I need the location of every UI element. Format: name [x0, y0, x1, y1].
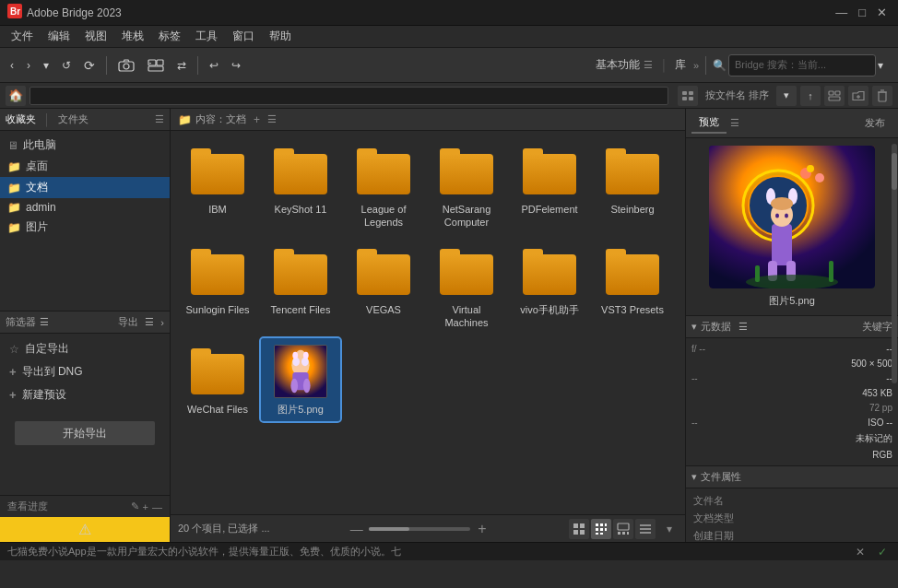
forward-button[interactable]: › — [22, 53, 35, 77]
tree-label-documents: 文档 — [26, 180, 48, 195]
left-panel-menu-icon[interactable]: ☰ — [155, 113, 164, 125]
thumbnail-size-slider[interactable] — [369, 527, 470, 531]
menu-window[interactable]: 窗口 — [225, 27, 262, 46]
undo-button[interactable]: ↩ — [205, 53, 223, 77]
back-button[interactable]: ‹ — [6, 53, 18, 77]
tree-item-documents[interactable]: 📁 文档 — [0, 177, 170, 198]
warning-banner: ⚠ — [0, 517, 170, 542]
list-item[interactable]: Steinberg — [593, 138, 672, 235]
list-item[interactable]: Tencent Files — [261, 239, 340, 335]
view-mode-grid[interactable] — [569, 519, 589, 539]
right-panel-scrollbar[interactable] — [892, 144, 897, 383]
list-item[interactable]: League of Legends — [344, 138, 423, 235]
nav-dropdown[interactable]: ▾ — [39, 53, 53, 77]
new-folder-button[interactable] — [848, 86, 868, 106]
start-export-button[interactable]: 开始导出 — [15, 421, 155, 445]
add-icon[interactable]: + — [143, 501, 148, 512]
list-item[interactable]: WeChat Files — [178, 338, 257, 421]
output-button[interactable]: ▾ — [143, 53, 169, 77]
list-item[interactable]: VST3 Presets — [593, 239, 672, 335]
file-properties-header[interactable]: ▾ 文件属性 — [686, 466, 898, 488]
export-custom[interactable]: ☆ 自定导出 — [0, 337, 170, 360]
status-confirm-button[interactable]: ✓ — [874, 545, 891, 559]
maximize-button[interactable]: □ — [858, 6, 866, 19]
content-add-icon[interactable]: + — [254, 113, 260, 126]
folder-thumbnail — [273, 244, 328, 300]
menu-edit[interactable]: 编辑 — [41, 27, 77, 46]
filter-menu-icon[interactable]: ☰ — [40, 316, 49, 328]
tree-item-desktop[interactable]: 📁 桌面 — [0, 156, 170, 177]
list-item[interactable]: vivo手机助手 — [510, 239, 589, 335]
panel-expand-icon[interactable]: ☰ — [145, 316, 154, 328]
status-close-button[interactable]: ✕ — [852, 545, 868, 559]
svg-rect-9 — [689, 91, 693, 95]
list-item[interactable]: NetSarang Computer — [427, 138, 506, 235]
menu-stack[interactable]: 堆栈 — [114, 27, 151, 46]
panel-right-arrow[interactable]: › — [160, 317, 164, 328]
more-icon[interactable]: » — [693, 60, 699, 71]
zoom-out-button[interactable]: — — [349, 521, 365, 537]
tree-item-computer[interactable]: 🖥 此电脑 — [0, 135, 170, 156]
list-item[interactable]: Virtual Machines — [427, 239, 506, 335]
redo-button[interactable]: ↪ — [227, 53, 245, 77]
view-toggle-button[interactable] — [824, 86, 845, 106]
refresh-button[interactable]: ↺ — [57, 53, 76, 77]
view-mode-filmstrip[interactable] — [613, 519, 633, 539]
export-label[interactable]: 导出 — [118, 315, 138, 329]
export-custom-label: 自定导出 — [25, 341, 69, 357]
folders-tab[interactable]: 文件夹 — [58, 112, 89, 126]
tree-item-pictures[interactable]: 📁 图片 — [0, 217, 170, 238]
sep2 — [197, 56, 198, 75]
camera-button[interactable] — [113, 53, 139, 77]
path-display[interactable] — [30, 87, 668, 105]
keyword-tab[interactable]: 关键字 — [862, 320, 892, 334]
publish-tab[interactable]: 发布 — [857, 113, 892, 133]
sep1 — [106, 56, 107, 75]
favorites-tab[interactable]: 收藏夹 — [6, 112, 36, 126]
zoom-in-button[interactable]: + — [474, 521, 490, 537]
export-dng[interactable]: + 导出到 DNG — [0, 360, 170, 383]
list-item[interactable]: KeyShot 11 — [261, 138, 340, 235]
svg-rect-65 — [755, 265, 760, 282]
bottom-expand-button[interactable]: ▾ — [661, 521, 678, 537]
path-back[interactable]: 🏠 — [6, 86, 26, 106]
list-item[interactable]: VEGAS — [344, 239, 423, 335]
list-item[interactable]: PDFelement — [510, 138, 589, 235]
svg-point-26 — [303, 379, 311, 393]
menu-help[interactable]: 帮助 — [262, 27, 299, 46]
list-item[interactable]: 图片5.png — [261, 338, 340, 421]
preview-tab[interactable]: 预览 — [691, 112, 727, 134]
sort-asc-button[interactable]: ↑ — [800, 86, 821, 106]
view-options-button[interactable] — [678, 86, 698, 106]
edit-icon[interactable]: ✎ — [131, 500, 139, 512]
folder-thumbnail — [439, 144, 494, 199]
menu-label[interactable]: 标签 — [151, 27, 188, 46]
minimize-button[interactable]: — — [835, 6, 847, 19]
center-panel: 📁 内容：文档 + ☰ IBM KeyShot 11 — [171, 109, 686, 542]
search-dropdown-button[interactable]: ▾ — [878, 53, 892, 77]
content-menu-icon[interactable]: ☰ — [267, 113, 277, 125]
menu-tools[interactable]: 工具 — [188, 27, 225, 46]
remove-icon[interactable]: — — [152, 501, 162, 512]
library-label[interactable]: 库 — [675, 57, 686, 73]
view-progress[interactable]: 查看进度 ✎ + — — [0, 495, 170, 517]
scrollbar-thumb[interactable] — [892, 153, 897, 190]
rotate-button[interactable]: ⟳ — [79, 53, 100, 77]
right-panel-menu-icon[interactable]: ☰ — [730, 117, 739, 129]
list-item[interactable]: IBM — [178, 138, 257, 235]
sort-dropdown-button[interactable]: ▾ — [776, 86, 797, 106]
list-item[interactable]: Sunlogin Files — [178, 239, 257, 335]
svg-rect-35 — [600, 523, 603, 526]
preview-area: 图片5.png — [686, 138, 898, 315]
menu-file[interactable]: 文件 — [4, 27, 41, 46]
delete-button[interactable] — [872, 86, 892, 106]
tree-item-admin[interactable]: 📁 admin — [0, 198, 170, 217]
metadata-header[interactable]: ▾ 元数据 ☰ 关键字 — [686, 316, 898, 338]
view-mode-list[interactable] — [635, 519, 656, 539]
export-new-preset[interactable]: + 新建预设 — [0, 383, 170, 406]
view-mode-grid2[interactable] — [591, 519, 611, 539]
sync-button[interactable]: ⇄ — [172, 53, 191, 77]
close-button[interactable]: ✕ — [877, 6, 887, 19]
menu-view[interactable]: 视图 — [77, 27, 114, 46]
search-box[interactable]: Bridge 搜索：当前... — [728, 54, 876, 76]
